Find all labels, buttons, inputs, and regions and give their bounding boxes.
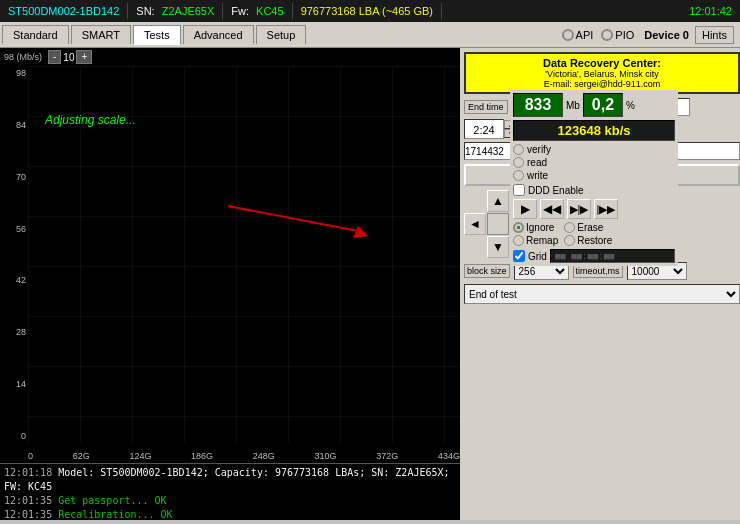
write-option[interactable]: write	[513, 170, 675, 181]
mb-unit: Mb	[566, 100, 580, 111]
log-line-3: 12:01:35 Recalibration... OK	[4, 508, 456, 520]
pct-unit: %	[626, 100, 635, 111]
lba-info: 976773168 LBA (~465 GB)	[293, 3, 442, 19]
tab-standard[interactable]: Standard	[2, 25, 69, 44]
ddd-enable-label: DDD Enable	[528, 185, 584, 196]
api-radio[interactable]: API	[562, 29, 594, 41]
grid-value-display: ■■ ■■:■■:■■	[550, 249, 675, 263]
restore-option[interactable]: Restore	[564, 235, 612, 246]
mb-display: 833	[513, 93, 563, 117]
model-label: ST500DM002-1BD142	[0, 3, 128, 19]
end-time-label: End time	[464, 100, 508, 114]
step-fwd-btn[interactable]: ▶|▶	[567, 199, 591, 219]
adjusting-scale-text: Adjusting scale...	[45, 113, 136, 127]
read-option[interactable]: read	[513, 157, 675, 168]
erase-option[interactable]: Erase	[564, 222, 612, 233]
clock: 12:01:42	[681, 3, 740, 19]
top-bar: ST500DM002-1BD142 SN: Z2AJE65X Fw: KC45 …	[0, 0, 740, 22]
timeout-label: timeout,ms	[573, 264, 623, 278]
tab-advanced[interactable]: Advanced	[183, 25, 254, 44]
grid-label: Grid	[528, 251, 547, 262]
arrow-up-btn[interactable]: ▲	[487, 190, 509, 212]
fw-section: Fw: KC45	[223, 3, 292, 19]
play-btn[interactable]: ▶	[513, 199, 537, 219]
pio-radio[interactable]: PIO	[601, 29, 634, 41]
data-recovery-box: Data Recovery Center: 'Victoria', Belaru…	[464, 52, 740, 94]
data-recovery-title: Data Recovery Center:	[472, 57, 732, 69]
graph-ten-label: 10	[63, 52, 74, 63]
graph-plus-btn[interactable]: +	[76, 50, 92, 64]
remap-option[interactable]: Remap	[513, 235, 558, 246]
verify-option[interactable]: verify	[513, 144, 675, 155]
data-recovery-line1: 'Victoria', Belarus, Minsk city	[472, 69, 732, 79]
log-line-2: 12:01:35 Get passport... OK	[4, 494, 456, 508]
api-pio-selector: API PIO Device 0	[562, 29, 689, 41]
grid-check[interactable]	[513, 250, 525, 262]
graph-scale-label: 98 (Mb/s)	[4, 52, 42, 62]
sn-section: SN: Z2AJE65X	[128, 3, 223, 19]
graph-area: 98 (Mb/s) - 10 + 98 84 70 56 42 28 14 0	[0, 48, 460, 463]
tab-smart[interactable]: SMART	[71, 25, 131, 44]
ddd-enable-row: DDD Enable	[513, 184, 675, 196]
data-recovery-line2: E-mail: sergei@hdd-911.com	[472, 79, 732, 89]
log-line-1: 12:01:18 Model: ST500DM002-1BD142; Capac…	[4, 466, 456, 494]
ddd-enable-check[interactable]	[513, 184, 525, 196]
graph-minus-btn[interactable]: -	[48, 50, 61, 64]
rewind-btn[interactable]: ◀◀	[540, 199, 564, 219]
tab-tests[interactable]: Tests	[133, 25, 181, 45]
tab-setup[interactable]: Setup	[256, 25, 307, 44]
pct-display: 0,2	[583, 93, 623, 117]
log-panel: 12:01:18 Model: ST500DM002-1BD142; Capac…	[0, 463, 460, 520]
ignore-option[interactable]: Ignore	[513, 222, 558, 233]
tab-bar: Standard SMART Tests Advanced Setup API …	[0, 22, 740, 48]
arrow-left-btn[interactable]: ◄	[464, 213, 486, 235]
end-time-display: 2:24	[464, 119, 504, 139]
kbs-display: 123648 kb/s	[513, 120, 675, 141]
hints-button[interactable]: Hints	[695, 26, 734, 44]
arrow-down-btn[interactable]: ▼	[487, 236, 509, 258]
block-size-label: block size	[464, 264, 510, 278]
end-of-test-select[interactable]: End of test Loop Stop on error	[464, 284, 740, 304]
skip-btn[interactable]: |▶▶	[594, 199, 618, 219]
